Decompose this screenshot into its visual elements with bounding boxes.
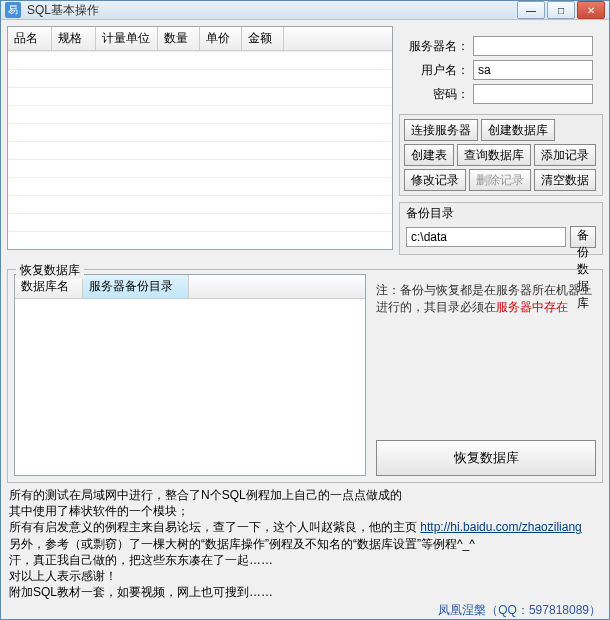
create-db-button[interactable]: 创建数据库 xyxy=(481,119,555,141)
col-extra[interactable] xyxy=(284,27,392,50)
backup-group: 备份目录 备份数据库 xyxy=(399,202,603,255)
connect-server-button[interactable]: 连接服务器 xyxy=(404,119,478,141)
user-label: 用户名： xyxy=(405,62,469,79)
delete-record-button[interactable]: 删除记录 xyxy=(469,169,531,191)
restore-table[interactable]: 数据库名 服务器备份目录 xyxy=(14,274,366,476)
data-table[interactable]: 品名 规格 计量单位 数量 单价 金额 xyxy=(7,26,393,250)
action-button-group: 连接服务器 创建数据库 创建表 查询数据库 添加记录 修改记录 删除记录 清空数… xyxy=(399,114,603,196)
maximize-button[interactable]: □ xyxy=(547,1,575,19)
restore-group: 恢复数据库 数据库名 服务器备份目录 注：备份与恢复都是在服务器所在机器上进行的… xyxy=(7,269,603,483)
footer-text: 所有的测试在局域网中进行，整合了N个SQL例程加上自己的一点点做成的 其中使用了… xyxy=(7,487,603,619)
col-name[interactable]: 品名 xyxy=(8,27,52,50)
footer-line5: 汗，真正我自己做的，把这些东东凑在了一起…… xyxy=(9,552,601,568)
restore-db-button[interactable]: 恢复数据库 xyxy=(376,440,596,476)
server-row: 服务器名： xyxy=(405,36,597,56)
window-controls: — □ ✕ xyxy=(517,1,605,19)
footer-credit: 凤凰涅槃（QQ：597818089） xyxy=(9,602,601,618)
password-row: 密码： xyxy=(405,84,597,104)
footer-link[interactable]: http://hi.baidu.com/zhaoziliang xyxy=(420,520,581,534)
backup-path-input[interactable] xyxy=(406,227,566,247)
password-input[interactable] xyxy=(473,84,593,104)
restore-table-body[interactable] xyxy=(15,299,365,475)
restore-left: 数据库名 服务器备份目录 xyxy=(14,274,366,476)
footer-line1: 所有的测试在局域网中进行，整合了N个SQL例程加上自己的一点点做成的 xyxy=(9,487,601,503)
note-body2: 服务器中存在 xyxy=(496,300,568,314)
col-unit[interactable]: 计量单位 xyxy=(96,27,158,50)
window-title: SQL基本操作 xyxy=(27,2,517,19)
conn-form: 服务器名： 用户名： 密码： xyxy=(399,26,603,108)
footer-line6: 对以上人表示感谢！ xyxy=(9,568,601,584)
connection-panel: 服务器名： 用户名： 密码： 连接服务器 创建数据库 创建表 xyxy=(399,26,603,255)
backup-legend: 备份目录 xyxy=(406,205,596,222)
footer-line7: 附加SQL教材一套，如要视频，网上也可搜到…… xyxy=(9,584,601,600)
table-body[interactable] xyxy=(8,51,392,244)
titlebar: 易 SQL基本操作 — □ ✕ xyxy=(1,1,609,20)
clear-data-button[interactable]: 清空数据 xyxy=(534,169,596,191)
create-table-button[interactable]: 创建表 xyxy=(404,144,454,166)
app-window: 易 SQL基本操作 — □ ✕ 品名 规格 计量单位 数量 单价 金额 xyxy=(0,0,610,620)
col-qty[interactable]: 数量 xyxy=(158,27,200,50)
table-header: 品名 规格 计量单位 数量 单价 金额 xyxy=(8,27,392,51)
content-area: 品名 规格 计量单位 数量 单价 金额 服务器名： 用 xyxy=(1,20,609,620)
footer-line3: 所有有启发意义的例程主来自易论坛，查了一下，这个人叫赵紫良，他的主页 http:… xyxy=(9,519,601,535)
close-button[interactable]: ✕ xyxy=(577,1,605,19)
footer-line4: 另外，参考（或剽窃）了一棵大树的“数据库操作”例程及不知名的“数据库设置”等例程… xyxy=(9,536,601,552)
restore-note: 注：备份与恢复都是在服务器所在机器上进行的，其目录必须在服务器中存在 xyxy=(376,282,596,316)
backup-db-button[interactable]: 备份数据库 xyxy=(570,226,596,248)
server-input[interactable] xyxy=(473,36,593,56)
server-label: 服务器名： xyxy=(405,38,469,55)
user-input[interactable] xyxy=(473,60,593,80)
user-row: 用户名： xyxy=(405,60,597,80)
footer-line2: 其中使用了棒状软件的一个模块； xyxy=(9,503,601,519)
col-blank[interactable] xyxy=(189,275,365,298)
edit-record-button[interactable]: 修改记录 xyxy=(404,169,466,191)
footer-line3-text: 所有有启发意义的例程主来自易论坛，查了一下，这个人叫赵紫良，他的主页 xyxy=(9,520,420,534)
password-label: 密码： xyxy=(405,86,469,103)
restore-legend: 恢复数据库 xyxy=(16,262,84,279)
col-backupdir[interactable]: 服务器备份目录 xyxy=(83,275,189,298)
minimize-button[interactable]: — xyxy=(517,1,545,19)
restore-right: 注：备份与恢复都是在服务器所在机器上进行的，其目录必须在服务器中存在 恢复数据库 xyxy=(376,274,596,476)
add-record-button[interactable]: 添加记录 xyxy=(534,144,596,166)
col-amount[interactable]: 金额 xyxy=(242,27,284,50)
col-spec[interactable]: 规格 xyxy=(52,27,96,50)
col-price[interactable]: 单价 xyxy=(200,27,242,50)
app-icon: 易 xyxy=(5,2,21,18)
top-area: 品名 规格 计量单位 数量 单价 金额 服务器名： 用 xyxy=(7,26,603,255)
query-db-button[interactable]: 查询数据库 xyxy=(457,144,531,166)
note-prefix: 注： xyxy=(376,283,400,297)
